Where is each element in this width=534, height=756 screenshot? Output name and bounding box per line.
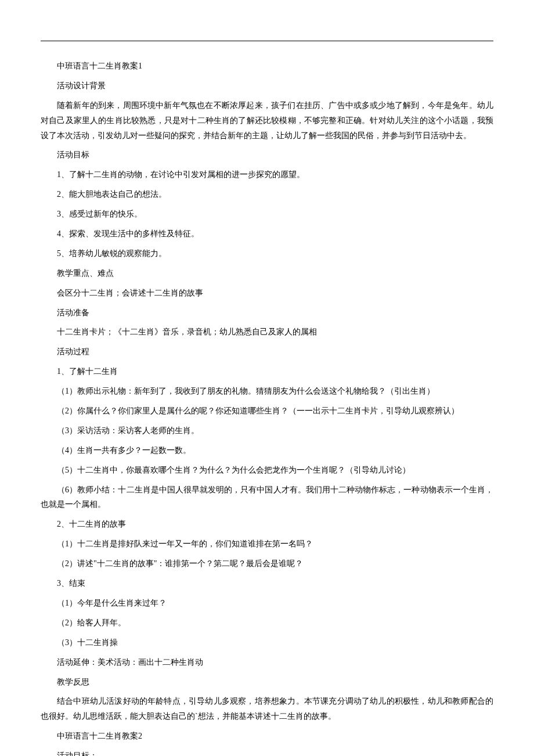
extension-label: 活动延伸：美术活动：画出十二种生肖动 (41, 655, 493, 670)
section-heading: 活动准备 (41, 305, 493, 321)
procedure-item: （1）教师出示礼物：新年到了，我收到了朋友的礼物。猜猜朋友为什么会送这个礼物给我… (41, 384, 493, 399)
procedure-item: （3）十二生肖操 (41, 635, 493, 650)
procedure-heading: 3、结束 (41, 576, 493, 591)
paragraph: 结合中班幼儿活泼好动的年龄特点，引导幼儿多观察，培养想象力。本节课充分调动了幼儿… (41, 694, 493, 724)
paragraph: 随着新年的到来，周围环境中新年气氛也在不断浓厚起来，孩子们在挂历、广告中或多或少… (41, 98, 493, 143)
procedure-item: （2）讲述"十二生肖的故事"：谁排第一个？第二呢？最后会是谁呢？ (41, 556, 493, 571)
section-heading: 活动目标 (41, 147, 493, 163)
horizontal-rule (41, 41, 493, 41)
section-heading: 教学重点、难点 (41, 266, 493, 281)
lesson-title-2: 中班语言十二生肖教案2 (41, 729, 493, 744)
procedure-item: （2）给客人拜年。 (41, 615, 493, 631)
section-heading: 教学反思 (41, 675, 493, 690)
lesson-title-1: 中班语言十二生肖教案1 (41, 59, 493, 74)
paragraph: 十二生肖卡片；《十二生肖》音乐，录音机；幼儿熟悉自己及家人的属相 (41, 325, 493, 340)
document-page: 中班语言十二生肖教案1 活动设计背景 随着新年的到来，周围环境中新年气氛也在不断… (0, 0, 534, 756)
section-heading: 活动过程 (41, 344, 493, 359)
procedure-heading: 2、十二生肖的故事 (41, 517, 493, 532)
goal-item: 5、培养幼儿敏锐的观察能力。 (41, 246, 493, 261)
procedure-heading: 1、了解十二生肖 (41, 364, 493, 379)
goal-item: 1、了解十二生肖的动物，在讨论中引发对属相的进一步探究的愿望。 (41, 167, 493, 182)
procedure-item: （3）采访活动：采访客人老师的生肖。 (41, 423, 493, 438)
goal-item: 2、能大胆地表达自己的想法。 (41, 187, 493, 202)
procedure-item: （5）十二生肖中，你最喜欢哪个生肖？为什么？为什么会把龙作为一个生肖呢？（引导幼… (41, 463, 493, 478)
section-heading: 活动目标： (41, 748, 493, 756)
procedure-item: （2）你属什么？你们家里人是属什么的呢？你还知道哪些生肖？（一一出示十二生肖卡片… (41, 404, 493, 419)
procedure-item: （6）教师小结：十二生肖是中国人很早就发明的，只有中国人才有。我们用十二种动物作… (41, 483, 493, 513)
goal-item: 4、探索、发现生活中的多样性及特征。 (41, 226, 493, 242)
procedure-item: （1）十二生肖是排好队来过一年又一年的，你们知道谁排在第一名吗？ (41, 537, 493, 552)
procedure-item: （1）今年是什么生肖来过年？ (41, 596, 493, 611)
goal-item: 3、感受过新年的快乐。 (41, 207, 493, 222)
procedure-item: （4）生肖一共有多少？一起数一数。 (41, 443, 493, 458)
section-heading: 活动设计背景 (41, 78, 493, 93)
paragraph: 会区分十二生肖；会讲述十二生肖的故事 (41, 286, 493, 301)
